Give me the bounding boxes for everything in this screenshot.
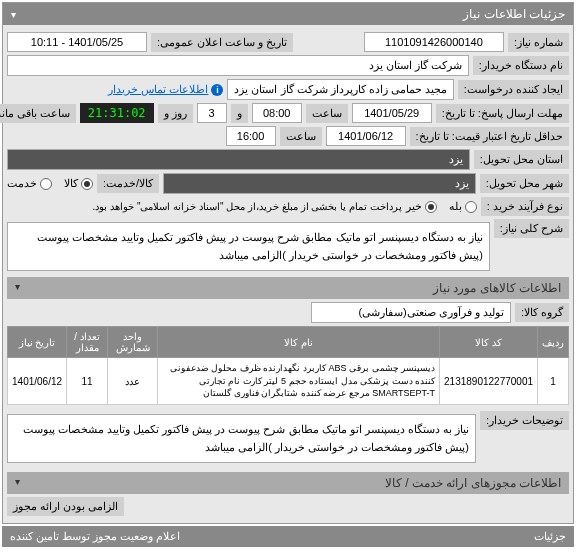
col-name: نام کالا: [157, 327, 439, 358]
deadline-time: 08:00: [252, 103, 302, 123]
radio-goods-label: کالا: [64, 177, 78, 190]
contact-link[interactable]: i اطلاعات تماس خریدار: [108, 83, 223, 96]
buyer-notes-text: نیاز به دستگاه دیسپنسر اتو ماتیک مطابق ش…: [7, 414, 476, 463]
purchase-type-label: نوع فرآیند خرید :: [481, 197, 569, 216]
cell-unit: عدد: [108, 358, 158, 405]
validity-label: حداقل تاریخ اعتبار قیمت: تا تاریخ:: [410, 127, 569, 146]
goods-service-radio: کالا خدمت: [7, 177, 93, 190]
countdown-timer: 21:31:02: [80, 103, 154, 123]
contact-link-text: اطلاعات تماس خریدار: [108, 83, 208, 96]
payment-note: پرداخت تمام یا بخشی از مبلغ خرید،از محل …: [93, 201, 402, 212]
group-label: گروه کالا:: [515, 303, 569, 322]
radio-goods[interactable]: کالا: [64, 177, 93, 190]
time-label-2: ساعت: [280, 127, 322, 146]
radio-service[interactable]: خدمت: [7, 177, 52, 190]
main-panel-header: جزئیات اطلاعات نیاز ▾: [3, 3, 573, 25]
announce-label: تاریخ و ساعت اعلان عمومی:: [151, 33, 293, 52]
cell-date: 1401/06/12: [8, 358, 67, 405]
need-desc-label: شرح کلی نیاز:: [494, 219, 569, 238]
items-section-header: اطلاعات کالاهای مورد نیاز ▾: [7, 277, 569, 299]
radio-no[interactable]: خیر: [406, 200, 437, 213]
and-label: و: [231, 104, 248, 123]
permits-header-text: اطلاعات مجوزهای ارائه خدمت / کالا: [385, 476, 561, 490]
province-label: استان محل تحویل:: [474, 150, 569, 169]
col-qty: تعداد / مقدار: [67, 327, 108, 358]
cell-qty: 11: [67, 358, 108, 405]
goods-service-label: کالا/خدمت:: [97, 174, 159, 193]
deadline-date: 1401/05/29: [352, 103, 432, 123]
buyer-org-value: شرکت گاز استان یزد: [7, 55, 469, 76]
need-desc-text: نیاز به دستگاه دیسپنسر اتو ماتیک مطابق ش…: [7, 222, 490, 271]
buyer-org-label: نام دستگاه خریدار:: [473, 56, 569, 75]
radio-yes[interactable]: بله: [449, 200, 477, 213]
radio-dot-icon: [465, 201, 477, 213]
radio-dot-icon: [425, 201, 437, 213]
col-row: ردیف: [538, 327, 569, 358]
col-date: تاریخ نیاز: [8, 327, 67, 358]
cell-name: دیسپنسر چشمی برقی ABS کاربرد نگهدارنده ظ…: [157, 358, 439, 405]
city-label: شهر محل تحویل:: [480, 174, 569, 193]
footer-bar: جزئیات اعلام وضعیت مجوز توسط تامین کننده: [2, 526, 574, 547]
radio-dot-icon: [81, 178, 93, 190]
group-value: تولید و فرآوری صنعتی(سفارشی): [311, 302, 511, 323]
permits-section-header: اطلاعات مجوزهای ارائه خدمت / کالا ▾: [7, 472, 569, 494]
announce-value: 1401/05/25 - 10:11: [7, 32, 147, 52]
buyer-notes-label: توضیحات خریدار:: [480, 411, 569, 430]
items-table: ردیف کد کالا نام کالا واحد شمارش تعداد /…: [7, 326, 569, 405]
footer-right: جزئیات: [534, 530, 566, 543]
cell-code: 2131890122770001: [440, 358, 538, 405]
col-unit: واحد شمارش: [108, 327, 158, 358]
collapse-icon[interactable]: ▾: [15, 281, 20, 295]
province-value: یزد: [7, 149, 470, 170]
radio-service-label: خدمت: [7, 177, 37, 190]
cell-row: 1: [538, 358, 569, 405]
need-number-label: شماره نیاز:: [508, 33, 569, 52]
time-label-1: ساعت: [306, 104, 348, 123]
days-label: روز و: [158, 104, 193, 123]
radio-yes-label: بله: [449, 200, 462, 213]
need-number-value: 1101091426000140: [364, 32, 504, 52]
col-code: کد کالا: [440, 327, 538, 358]
panel-title: جزئیات اطلاعات نیاز: [463, 7, 565, 21]
info-icon: i: [211, 84, 223, 96]
footer-left: اعلام وضعیت مجوز توسط تامین کننده: [10, 530, 180, 543]
days-value: 3: [197, 103, 227, 123]
deadline-label: مهلت ارسال پاسخ: تا تاریخ:: [436, 104, 569, 123]
collapse-icon[interactable]: ▾: [15, 476, 20, 490]
validity-time: 16:00: [226, 126, 276, 146]
requester-label: ایجاد کننده درخواست:: [458, 80, 569, 99]
table-row: 1 2131890122770001 دیسپنسر چشمی برقی ABS…: [8, 358, 569, 405]
radio-no-label: خیر: [406, 200, 422, 213]
items-header-text: اطلاعات کالاهای مورد نیاز: [433, 281, 561, 295]
city-value: یزد: [163, 173, 476, 194]
remaining-label: ساعت باقی مانده: [0, 104, 76, 123]
requester-value: مجید حمامی زاده کارپرداز شرکت گاز استان …: [227, 79, 453, 100]
validity-date: 1401/06/12: [326, 126, 406, 146]
collapse-icon[interactable]: ▾: [11, 9, 16, 20]
purchase-type-radio: بله خیر: [406, 200, 477, 213]
radio-dot-icon: [40, 178, 52, 190]
mandatory-label: الزامی بودن ارائه مجوز: [7, 497, 124, 516]
